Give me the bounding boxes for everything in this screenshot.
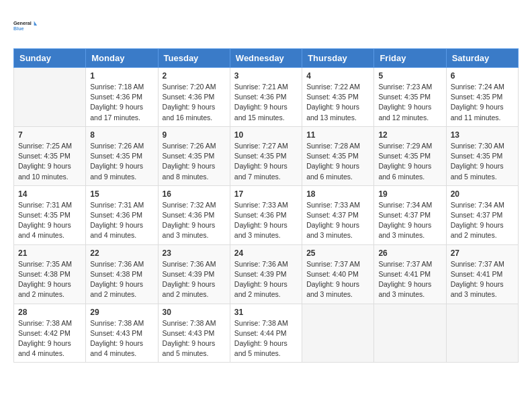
day-number: 15 <box>90 189 153 199</box>
calendar-cell: 5Sunrise: 7:23 AMSunset: 4:35 PMDaylight… <box>374 68 446 127</box>
calendar-cell: 19Sunrise: 7:34 AMSunset: 4:37 PMDayligh… <box>374 185 446 244</box>
cell-content: Sunrise: 7:26 AMSunset: 4:35 PMDaylight:… <box>90 141 153 182</box>
col-header-saturday: Saturday <box>446 49 518 68</box>
cell-content: Sunrise: 7:37 AMSunset: 4:41 PMDaylight:… <box>451 259 514 300</box>
cell-content: Sunrise: 7:20 AMSunset: 4:36 PMDaylight:… <box>163 82 226 123</box>
svg-marker-2 <box>34 21 38 26</box>
week-row-4: 21Sunrise: 7:35 AMSunset: 4:38 PMDayligh… <box>14 244 519 304</box>
col-header-wednesday: Wednesday <box>230 49 302 68</box>
cell-content: Sunrise: 7:36 AMSunset: 4:38 PMDaylight:… <box>90 259 153 300</box>
cell-content: Sunrise: 7:34 AMSunset: 4:37 PMDaylight:… <box>378 200 441 241</box>
cell-content: Sunrise: 7:31 AMSunset: 4:36 PMDaylight:… <box>90 200 153 241</box>
calendar-header-row: SundayMondayTuesdayWednesdayThursdayFrid… <box>14 49 519 68</box>
calendar-cell <box>14 68 86 127</box>
calendar-cell: 16Sunrise: 7:32 AMSunset: 4:36 PMDayligh… <box>158 185 230 244</box>
calendar-cell: 1Sunrise: 7:18 AMSunset: 4:36 PMDaylight… <box>86 68 158 127</box>
cell-content: Sunrise: 7:23 AMSunset: 4:35 PMDaylight:… <box>378 82 441 123</box>
week-row-1: 1Sunrise: 7:18 AMSunset: 4:36 PMDaylight… <box>14 68 519 127</box>
calendar-cell: 8Sunrise: 7:26 AMSunset: 4:35 PMDaylight… <box>86 126 158 185</box>
calendar-cell: 3Sunrise: 7:21 AMSunset: 4:36 PMDaylight… <box>230 68 302 127</box>
day-number: 28 <box>18 308 81 317</box>
page-header: GeneralBlue <box>13 13 519 38</box>
day-number: 27 <box>451 248 514 258</box>
day-number: 7 <box>18 130 81 140</box>
calendar-cell: 23Sunrise: 7:36 AMSunset: 4:39 PMDayligh… <box>158 244 230 304</box>
cell-content: Sunrise: 7:38 AMSunset: 4:42 PMDaylight:… <box>18 318 81 359</box>
calendar-cell: 18Sunrise: 7:33 AMSunset: 4:37 PMDayligh… <box>302 185 374 244</box>
calendar-cell: 24Sunrise: 7:36 AMSunset: 4:39 PMDayligh… <box>230 244 302 304</box>
cell-content: Sunrise: 7:36 AMSunset: 4:39 PMDaylight:… <box>163 259 226 300</box>
calendar-cell: 10Sunrise: 7:27 AMSunset: 4:35 PMDayligh… <box>230 126 302 185</box>
day-number: 19 <box>378 189 441 199</box>
calendar-cell <box>446 304 518 363</box>
day-number: 2 <box>163 71 226 81</box>
cell-content: Sunrise: 7:34 AMSunset: 4:37 PMDaylight:… <box>451 200 514 241</box>
day-number: 25 <box>306 248 369 258</box>
day-number: 26 <box>378 248 441 258</box>
cell-content: Sunrise: 7:38 AMSunset: 4:43 PMDaylight:… <box>90 318 153 359</box>
day-number: 12 <box>378 130 441 140</box>
week-row-5: 28Sunrise: 7:38 AMSunset: 4:42 PMDayligh… <box>14 304 519 363</box>
day-number: 13 <box>451 130 514 140</box>
cell-content: Sunrise: 7:37 AMSunset: 4:40 PMDaylight:… <box>306 259 369 300</box>
day-number: 29 <box>90 308 153 317</box>
week-row-3: 14Sunrise: 7:31 AMSunset: 4:35 PMDayligh… <box>14 185 519 244</box>
day-number: 1 <box>90 71 153 81</box>
calendar-cell: 4Sunrise: 7:22 AMSunset: 4:35 PMDaylight… <box>302 68 374 127</box>
calendar-table: SundayMondayTuesdayWednesdayThursdayFrid… <box>13 48 519 363</box>
cell-content: Sunrise: 7:30 AMSunset: 4:35 PMDaylight:… <box>451 141 514 182</box>
calendar-cell: 17Sunrise: 7:33 AMSunset: 4:36 PMDayligh… <box>230 185 302 244</box>
day-number: 16 <box>163 189 226 199</box>
day-number: 5 <box>378 71 441 81</box>
calendar-cell: 15Sunrise: 7:31 AMSunset: 4:36 PMDayligh… <box>86 185 158 244</box>
day-number: 17 <box>234 189 298 199</box>
svg-text:Blue: Blue <box>13 26 24 32</box>
day-number: 4 <box>306 71 369 81</box>
day-number: 31 <box>234 308 298 317</box>
cell-content: Sunrise: 7:38 AMSunset: 4:44 PMDaylight:… <box>234 318 298 359</box>
calendar-cell: 7Sunrise: 7:25 AMSunset: 4:35 PMDaylight… <box>14 126 86 185</box>
calendar-cell: 11Sunrise: 7:28 AMSunset: 4:35 PMDayligh… <box>302 126 374 185</box>
logo: GeneralBlue <box>13 13 38 38</box>
calendar-cell: 28Sunrise: 7:38 AMSunset: 4:42 PMDayligh… <box>14 304 86 363</box>
calendar-cell: 22Sunrise: 7:36 AMSunset: 4:38 PMDayligh… <box>86 244 158 304</box>
cell-content: Sunrise: 7:18 AMSunset: 4:36 PMDaylight:… <box>90 82 153 123</box>
cell-content: Sunrise: 7:28 AMSunset: 4:35 PMDaylight:… <box>306 141 369 182</box>
cell-content: Sunrise: 7:35 AMSunset: 4:38 PMDaylight:… <box>18 259 81 300</box>
week-row-2: 7Sunrise: 7:25 AMSunset: 4:35 PMDaylight… <box>14 126 519 185</box>
cell-content: Sunrise: 7:24 AMSunset: 4:35 PMDaylight:… <box>451 82 514 123</box>
cell-content: Sunrise: 7:25 AMSunset: 4:35 PMDaylight:… <box>18 141 81 182</box>
cell-content: Sunrise: 7:32 AMSunset: 4:36 PMDaylight:… <box>163 200 226 241</box>
col-header-monday: Monday <box>86 49 158 68</box>
day-number: 11 <box>306 130 369 140</box>
cell-content: Sunrise: 7:37 AMSunset: 4:41 PMDaylight:… <box>378 259 441 300</box>
col-header-sunday: Sunday <box>14 49 86 68</box>
calendar-cell: 14Sunrise: 7:31 AMSunset: 4:35 PMDayligh… <box>14 185 86 244</box>
calendar-cell: 12Sunrise: 7:29 AMSunset: 4:35 PMDayligh… <box>374 126 446 185</box>
day-number: 8 <box>90 130 153 140</box>
day-number: 24 <box>234 248 298 258</box>
calendar-cell: 6Sunrise: 7:24 AMSunset: 4:35 PMDaylight… <box>446 68 518 127</box>
calendar-cell: 13Sunrise: 7:30 AMSunset: 4:35 PMDayligh… <box>446 126 518 185</box>
calendar-cell: 20Sunrise: 7:34 AMSunset: 4:37 PMDayligh… <box>446 185 518 244</box>
calendar-cell: 29Sunrise: 7:38 AMSunset: 4:43 PMDayligh… <box>86 304 158 363</box>
calendar-cell: 31Sunrise: 7:38 AMSunset: 4:44 PMDayligh… <box>230 304 302 363</box>
calendar-cell <box>374 304 446 363</box>
cell-content: Sunrise: 7:26 AMSunset: 4:35 PMDaylight:… <box>163 141 226 182</box>
day-number: 21 <box>18 248 81 258</box>
calendar-cell: 21Sunrise: 7:35 AMSunset: 4:38 PMDayligh… <box>14 244 86 304</box>
svg-text:General: General <box>13 20 32 26</box>
day-number: 3 <box>234 71 298 81</box>
cell-content: Sunrise: 7:33 AMSunset: 4:36 PMDaylight:… <box>234 200 298 241</box>
day-number: 22 <box>90 248 153 258</box>
day-number: 18 <box>306 189 369 199</box>
day-number: 20 <box>451 189 514 199</box>
cell-content: Sunrise: 7:22 AMSunset: 4:35 PMDaylight:… <box>306 82 369 123</box>
day-number: 9 <box>163 130 226 140</box>
day-number: 23 <box>163 248 226 258</box>
day-number: 6 <box>451 71 514 81</box>
cell-content: Sunrise: 7:29 AMSunset: 4:35 PMDaylight:… <box>378 141 441 182</box>
day-number: 10 <box>234 130 298 140</box>
col-header-friday: Friday <box>374 49 446 68</box>
calendar-cell: 2Sunrise: 7:20 AMSunset: 4:36 PMDaylight… <box>158 68 230 127</box>
